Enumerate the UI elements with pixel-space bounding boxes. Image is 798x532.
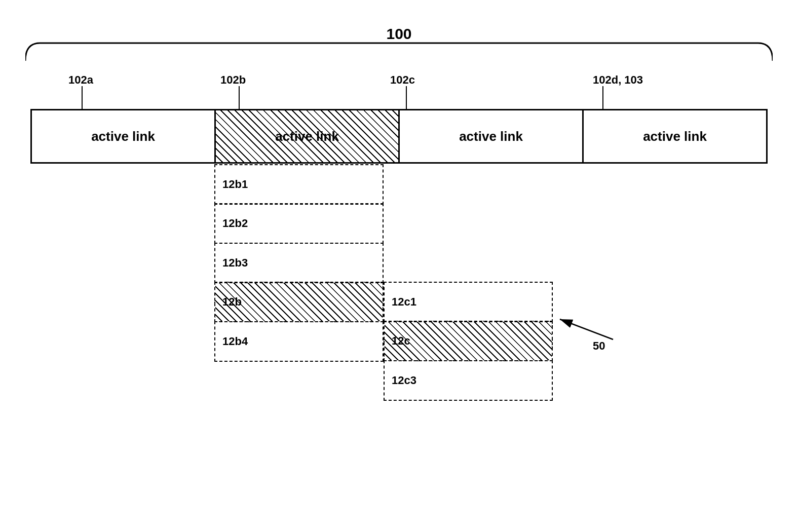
svg-line-5: [560, 319, 613, 339]
ref-label-b: 102b: [220, 73, 246, 87]
sub-cell-12b3: 12b3: [214, 243, 384, 283]
sub-cell-12b4: 12b4: [214, 321, 384, 362]
ref-line-d: [602, 86, 604, 109]
sub-cell-12b: 12b: [214, 282, 384, 322]
sub-cell-12c1: 12c1: [384, 282, 553, 322]
ref-label-a: 102a: [68, 73, 93, 87]
bar-cell-b: active link: [216, 110, 400, 162]
sub-cell-12b2: 12b2: [214, 203, 384, 244]
sub-cell-12c: 12c: [384, 321, 553, 361]
main-bar: active link active link active link acti…: [30, 109, 768, 164]
ref-line-b: [238, 86, 240, 109]
sub-cell-12c3: 12c3: [384, 360, 553, 401]
ref-line-c: [405, 86, 407, 109]
bar-cell-a: active link: [32, 110, 216, 162]
sub-col-b: 12b1 12b2 12b3 12b 12b4: [214, 165, 384, 362]
arrow-50: [557, 309, 618, 350]
top-brace: [25, 41, 773, 63]
ref-label-d: 102d, 103: [593, 73, 643, 87]
ref-label-c: 102c: [390, 73, 415, 87]
ref-line-a: [81, 86, 83, 109]
arrow-label-50: 50: [593, 339, 605, 353]
sub-col-c: 12c1 12c 12c3: [384, 283, 553, 401]
bar-cell-d: active link: [584, 110, 766, 162]
diagram-title: 100: [386, 25, 411, 43]
sub-cell-12b1: 12b1: [214, 164, 384, 205]
bar-cell-c: active link: [400, 110, 584, 162]
diagram-container: 100 102a 102b 102c 102d, 103 active lin: [20, 20, 778, 512]
